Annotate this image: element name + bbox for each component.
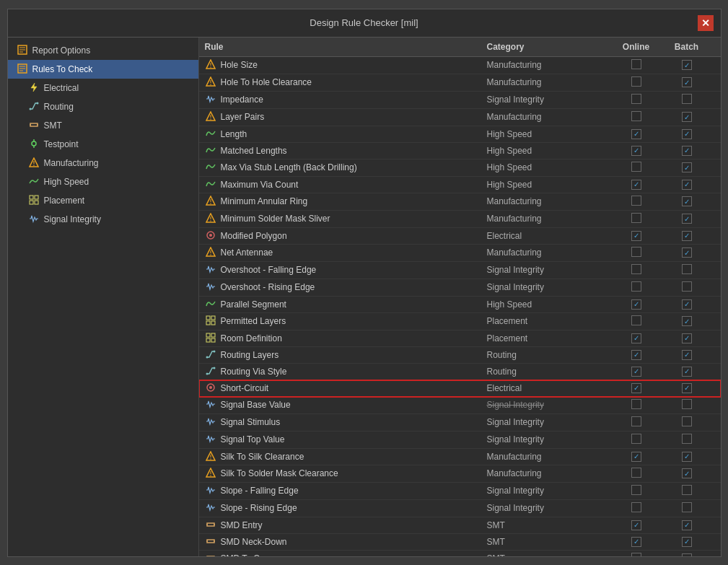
row-batch[interactable] <box>662 517 712 533</box>
table-row[interactable]: Net AntennaeManufacturing <box>199 245 721 262</box>
table-row[interactable]: Slope - Falling EdgeSignal Integrity <box>199 483 721 500</box>
online-checkbox[interactable] <box>631 231 641 241</box>
row-batch[interactable] <box>662 110 712 125</box>
batch-checkbox[interactable] <box>682 299 692 310</box>
online-checkbox[interactable] <box>631 399 641 409</box>
batch-checkbox[interactable] <box>682 196 692 206</box>
row-online[interactable] <box>611 449 662 464</box>
batch-checkbox[interactable] <box>682 214 692 224</box>
batch-checkbox[interactable] <box>682 316 692 326</box>
online-checkbox[interactable] <box>631 367 641 377</box>
table-row[interactable]: Signal Base ValueSignal Integrity <box>199 397 721 414</box>
batch-checkbox[interactable] <box>682 281 692 292</box>
row-batch[interactable] <box>662 228 712 243</box>
row-online[interactable] <box>611 245 662 261</box>
batch-checkbox[interactable] <box>682 367 692 377</box>
row-online[interactable] <box>611 177 662 192</box>
batch-checkbox[interactable] <box>682 383 692 393</box>
row-batch[interactable] <box>662 92 712 108</box>
row-batch[interactable] <box>662 297 712 312</box>
row-online[interactable] <box>611 364 662 379</box>
table-row[interactable]: Short-CircuitElectrical <box>199 380 721 397</box>
batch-checkbox[interactable] <box>682 146 692 156</box>
online-checkbox[interactable] <box>631 196 641 206</box>
online-checkbox[interactable] <box>631 502 641 512</box>
row-online[interactable] <box>611 517 662 533</box>
row-batch[interactable] <box>662 534 712 549</box>
row-online[interactable] <box>611 313 662 330</box>
close-button[interactable]: ✕ <box>698 15 714 31</box>
batch-checkbox[interactable] <box>682 162 692 172</box>
row-batch[interactable] <box>662 245 712 260</box>
online-checkbox[interactable] <box>631 468 641 478</box>
row-online[interactable] <box>611 397 662 413</box>
row-batch[interactable] <box>662 58 712 73</box>
row-batch[interactable] <box>662 432 712 448</box>
row-batch[interactable] <box>662 397 712 413</box>
batch-checkbox[interactable] <box>682 553 692 556</box>
row-batch[interactable] <box>662 262 712 279</box>
table-row[interactable]: Silk To Solder Mask ClearanceManufacturi… <box>199 465 721 483</box>
row-online[interactable] <box>611 347 662 362</box>
row-online[interactable] <box>611 193 662 210</box>
row-batch[interactable] <box>662 364 712 379</box>
batch-checkbox[interactable] <box>682 350 692 360</box>
online-checkbox[interactable] <box>631 146 641 156</box>
batch-checkbox[interactable] <box>682 520 692 530</box>
table-row[interactable]: Hole To Hole ClearanceManufacturing <box>199 74 721 92</box>
sidebar-item-smt[interactable]: SMT <box>8 116 198 135</box>
table-row[interactable]: LengthHigh Speed <box>199 126 721 143</box>
online-checkbox[interactable] <box>631 315 641 325</box>
table-row[interactable]: Layer PairsManufacturing <box>199 109 721 126</box>
row-batch[interactable] <box>662 380 712 395</box>
row-online[interactable] <box>611 228 662 243</box>
table-row[interactable]: Parallel SegmentHigh Speed <box>199 297 721 313</box>
row-batch[interactable] <box>662 211 712 227</box>
sidebar-item-manufacturing[interactable]: Manufacturing <box>8 154 198 172</box>
row-batch[interactable] <box>662 177 712 192</box>
table-row[interactable]: Maximum Via CountHigh Speed <box>199 177 721 193</box>
table-row[interactable]: Slope - Rising EdgeSignal Integrity <box>199 500 721 517</box>
row-batch[interactable] <box>662 126 712 141</box>
row-batch[interactable] <box>662 449 712 464</box>
table-row[interactable]: SMD Neck-DownSMT <box>199 534 721 551</box>
batch-checkbox[interactable] <box>682 416 692 426</box>
row-online[interactable] <box>611 159 662 176</box>
row-online[interactable] <box>611 330 662 346</box>
row-batch[interactable] <box>662 466 712 481</box>
online-checkbox[interactable] <box>631 59 641 69</box>
row-online[interactable] <box>611 92 662 108</box>
batch-checkbox[interactable] <box>682 94 692 104</box>
row-online[interactable] <box>611 380 662 395</box>
row-online[interactable] <box>611 551 662 556</box>
online-checkbox[interactable] <box>631 162 641 172</box>
batch-checkbox[interactable] <box>682 537 692 547</box>
online-checkbox[interactable] <box>631 180 641 190</box>
sidebar-item-high-speed[interactable]: High Speed <box>8 172 198 191</box>
row-online[interactable] <box>611 57 662 74</box>
batch-checkbox[interactable] <box>682 264 692 274</box>
table-row[interactable]: Hole SizeManufacturing <box>199 57 721 74</box>
row-online[interactable] <box>611 432 662 448</box>
batch-checkbox[interactable] <box>682 485 692 495</box>
row-online[interactable] <box>611 483 662 499</box>
row-batch[interactable] <box>662 414 712 431</box>
online-checkbox[interactable] <box>631 76 641 87</box>
table-row[interactable]: Minimum Solder Mask SliverManufacturing <box>199 211 721 228</box>
batch-checkbox[interactable] <box>682 399 692 409</box>
online-checkbox[interactable] <box>631 485 641 495</box>
row-batch[interactable] <box>662 551 712 556</box>
online-checkbox[interactable] <box>631 333 641 343</box>
sidebar-item-testpoint[interactable]: Testpoint <box>8 135 198 154</box>
online-checkbox[interactable] <box>631 350 641 360</box>
batch-checkbox[interactable] <box>682 333 692 343</box>
row-online[interactable] <box>611 211 662 227</box>
table-row[interactable]: ImpedanceSignal Integrity <box>199 92 721 109</box>
batch-checkbox[interactable] <box>682 180 692 190</box>
table-row[interactable]: Silk To Silk ClearanceManufacturing <box>199 449 721 465</box>
row-online[interactable] <box>611 143 662 158</box>
online-checkbox[interactable] <box>631 537 641 547</box>
sidebar-item-routing[interactable]: Routing <box>8 97 198 116</box>
online-checkbox[interactable] <box>631 452 641 462</box>
batch-checkbox[interactable] <box>682 231 692 241</box>
